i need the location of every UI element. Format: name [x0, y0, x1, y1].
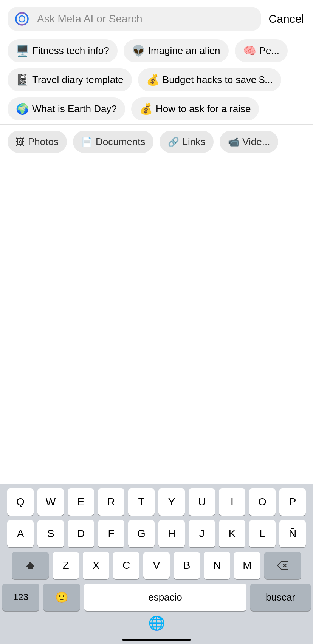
keyboard: Q W E R T Y U I O P A S D F G H J K L Ñ … [0, 484, 313, 644]
suggestion-label-pe: Pe... [259, 45, 279, 57]
key-p[interactable]: P [279, 488, 306, 516]
cancel-button[interactable]: Cancel [267, 12, 305, 25]
key-r[interactable]: R [98, 488, 124, 516]
globe-key[interactable]: 🌐 [141, 612, 173, 634]
filter-tab-photos[interactable]: 🖼 Photos [8, 131, 67, 153]
keyboard-row-3: Z X C V B N M [2, 552, 311, 579]
videos-icon: 📹 [228, 137, 239, 147]
suggestion-chip-pe[interactable]: 🧠 Pe... [235, 39, 288, 62]
search-cursor [33, 14, 33, 24]
key-l[interactable]: L [249, 520, 276, 547]
key-a[interactable]: A [7, 520, 34, 547]
key-o[interactable]: O [249, 488, 276, 516]
suggestion-chip-travel[interactable]: 📓 Travel diary template [8, 68, 132, 91]
suggestion-chip-earth[interactable]: 🌍 What is Earth Day? [8, 97, 125, 120]
key-s[interactable]: S [37, 520, 64, 547]
numbers-key[interactable]: 123 [2, 584, 39, 611]
key-v[interactable]: V [143, 552, 170, 579]
svg-marker-2 [26, 562, 35, 569]
filter-tab-documents[interactable]: 📄 Documents [73, 131, 154, 153]
search-area: Ask Meta AI or Search Cancel [0, 0, 313, 36]
filter-tabs: 🖼 Photos 📄 Documents 🔗 Links 📹 Vide... [0, 124, 313, 159]
shift-key[interactable] [12, 552, 49, 579]
filter-tab-photos-label: Photos [28, 136, 59, 148]
suggestion-label-raise: How to ask for a raise [156, 103, 251, 115]
content-area [0, 159, 313, 333]
key-c[interactable]: C [113, 552, 139, 579]
documents-icon: 📄 [81, 137, 93, 147]
key-n[interactable]: N [204, 552, 230, 579]
suggestion-row-1: 🖥️ Fitness tech info? 👽 Imagine an alien… [8, 39, 305, 62]
search-placeholder: Ask Meta AI or Search [37, 13, 143, 25]
svg-point-0 [16, 13, 28, 25]
key-w[interactable]: W [37, 488, 64, 516]
key-k[interactable]: K [219, 520, 245, 547]
key-b[interactable]: B [174, 552, 200, 579]
shift-icon [25, 560, 36, 571]
suggestion-chip-alien[interactable]: 👽 Imagine an alien [124, 39, 229, 62]
raise-icon: 💰 [139, 103, 153, 115]
fitness-icon: 🖥️ [16, 45, 29, 57]
suggestion-row-2: 📓 Travel diary template 💰 Budget hacks t… [8, 68, 305, 91]
filter-tab-videos[interactable]: 📹 Vide... [220, 131, 278, 153]
key-g[interactable]: G [128, 520, 155, 547]
suggestion-label-earth: What is Earth Day? [32, 103, 117, 115]
filter-tab-links-label: Links [182, 136, 205, 148]
meta-ai-icon [15, 12, 29, 26]
earth-icon: 🌍 [16, 103, 29, 115]
key-z[interactable]: Z [53, 552, 79, 579]
filter-tab-documents-label: Documents [96, 136, 146, 148]
suggestion-label-alien: Imagine an alien [148, 45, 220, 57]
svg-point-1 [19, 16, 25, 22]
key-t[interactable]: T [128, 488, 155, 516]
diary-icon: 📓 [16, 74, 29, 86]
suggestion-label-budget: Budget hacks to save $... [163, 74, 273, 86]
key-y[interactable]: Y [158, 488, 185, 516]
keyboard-row-4: 123 🙂 espacio buscar [2, 584, 311, 611]
filter-tab-videos-label: Vide... [242, 136, 270, 148]
key-d[interactable]: D [68, 520, 94, 547]
backspace-icon [277, 561, 289, 570]
emoji-key[interactable]: 🙂 [43, 584, 80, 611]
key-m[interactable]: M [234, 552, 260, 579]
suggestion-row-3: 🌍 What is Earth Day? 💰 How to ask for a … [8, 97, 305, 120]
money-bag-icon: 💰 [146, 74, 160, 86]
photos-icon: 🖼 [16, 137, 25, 147]
suggestion-chip-budget[interactable]: 💰 Budget hacks to save $... [138, 68, 281, 91]
key-q[interactable]: Q [7, 488, 34, 516]
key-i[interactable]: I [219, 488, 245, 516]
alien-icon: 👽 [132, 45, 145, 57]
home-indicator [122, 639, 191, 641]
suggestion-label-fitness: Fitness tech info? [32, 45, 109, 57]
suggestion-chip-raise[interactable]: 💰 How to ask for a raise [131, 97, 259, 120]
keyboard-row-2: A S D F G H J K L Ñ [2, 520, 311, 547]
key-enye[interactable]: Ñ [279, 520, 306, 547]
key-u[interactable]: U [189, 488, 215, 516]
suggestion-chip-fitness[interactable]: 🖥️ Fitness tech info? [8, 39, 118, 62]
filter-tab-links[interactable]: 🔗 Links [160, 131, 214, 153]
suggestions-area: 🖥️ Fitness tech info? 👽 Imagine an alien… [0, 36, 313, 124]
suggestion-label-travel: Travel diary template [32, 74, 124, 86]
key-e[interactable]: E [68, 488, 94, 516]
backspace-key[interactable] [264, 552, 301, 579]
links-icon: 🔗 [168, 137, 179, 147]
cursor-bar [33, 14, 33, 24]
key-j[interactable]: J [189, 520, 215, 547]
search-key[interactable]: buscar [250, 584, 311, 611]
keyboard-row-1: Q W E R T Y U I O P [2, 488, 311, 516]
brain-icon: 🧠 [243, 45, 256, 57]
key-f[interactable]: F [98, 520, 124, 547]
key-x[interactable]: X [83, 552, 109, 579]
space-key[interactable]: espacio [84, 584, 246, 611]
search-bar[interactable]: Ask Meta AI or Search [8, 7, 261, 31]
key-h[interactable]: H [158, 520, 185, 547]
